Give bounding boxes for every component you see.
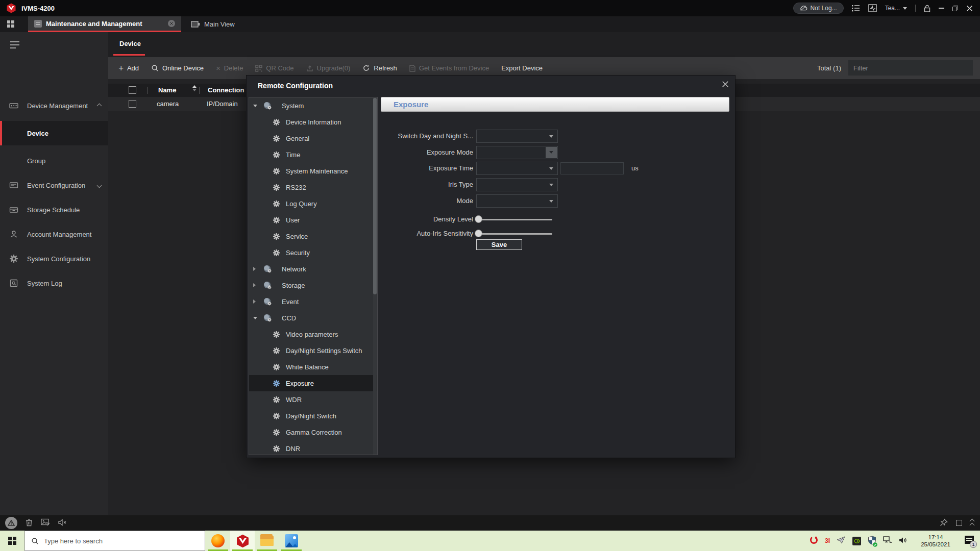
taskbar-ivms-button[interactable] (230, 531, 255, 551)
tray-antivirus-label[interactable]: 3I (825, 537, 830, 544)
dialog-close-icon[interactable] (722, 81, 729, 89)
online-device-button[interactable]: Online Device (151, 64, 204, 72)
minimize-button[interactable] (939, 8, 944, 9)
get-events-button[interactable]: Get Events from Device (409, 64, 489, 72)
status-monitor-icon[interactable] (868, 4, 877, 12)
collapse-icon[interactable] (253, 283, 256, 287)
start-button[interactable] (0, 531, 24, 551)
taskbar-firefox-button[interactable] (206, 531, 230, 551)
task-list-icon[interactable] (852, 5, 860, 12)
iris-type-select[interactable] (476, 178, 558, 191)
login-status-button[interactable]: Not Log... (793, 3, 844, 14)
exposure-mode-select[interactable] (476, 146, 558, 159)
expand-icon[interactable] (253, 105, 257, 107)
exposure-time-input[interactable] (560, 162, 624, 174)
tree-scrollbar[interactable] (373, 98, 377, 455)
auto-iris-slider[interactable] (478, 230, 552, 238)
tree-item-ccd[interactable]: CCD (249, 310, 377, 326)
sidebar-item-account-management[interactable]: Account Management (0, 222, 108, 246)
maximize-panel-icon[interactable] (956, 520, 962, 526)
tray-volume-icon[interactable] (899, 537, 908, 545)
expand-icon[interactable] (253, 317, 257, 319)
scrollbar-thumb[interactable] (373, 98, 377, 294)
filter-input[interactable] (848, 60, 973, 76)
slider-thumb[interactable] (475, 230, 482, 237)
tree-item-white-balance[interactable]: White Balance (249, 359, 377, 375)
no-image-icon[interactable] (41, 518, 50, 528)
taskbar-search-input[interactable] (44, 537, 187, 545)
tab-maintenance-and-management[interactable]: Maintenance and Management (28, 16, 181, 32)
tray-ivms-icon[interactable] (810, 536, 818, 546)
tree-item-user[interactable]: User (249, 212, 377, 228)
add-button[interactable]: +Add (118, 64, 139, 72)
upgrade-button[interactable]: Upgrade(0) (306, 64, 351, 72)
collapse-icon[interactable] (253, 299, 256, 304)
tree-item-event[interactable]: Event (249, 293, 377, 310)
switch-day-night-select[interactable] (476, 130, 558, 143)
taskbar-explorer-button[interactable] (255, 531, 279, 551)
delete-button[interactable]: ×Delete (216, 64, 243, 72)
tree-item-general[interactable]: General (249, 130, 377, 146)
sidebar-item-storage-schedule[interactable]: Storage Schedule (0, 197, 108, 222)
sidebar-item-group[interactable]: Group (0, 148, 108, 173)
tree-item-storage[interactable]: Storage (249, 277, 377, 293)
lock-icon[interactable] (924, 5, 930, 12)
taskbar-clock[interactable]: 17:14 25/05/2021 (914, 534, 957, 548)
tree-item-system-maintenance[interactable]: System Maintenance (249, 163, 377, 179)
column-header-name[interactable]: Name (158, 86, 176, 94)
tray-network-icon[interactable] (883, 536, 892, 545)
tab-main-view[interactable]: Main View (185, 16, 241, 32)
slider-thumb[interactable] (475, 215, 482, 223)
tree-item-gamma-correction[interactable]: Gamma Correction (249, 424, 377, 440)
collapse-sidebar-icon[interactable] (10, 41, 19, 51)
tree-item-day-night-settings-switch[interactable]: Day/Night Settings Switch (249, 342, 377, 359)
tree-item-device-information[interactable]: Device Information (249, 114, 377, 130)
alarm-warning-icon[interactable] (5, 517, 17, 529)
tray-plane-icon[interactable] (837, 536, 846, 546)
taskbar-search[interactable] (24, 531, 205, 551)
clear-alarm-icon[interactable] (26, 518, 33, 528)
tree-item-system[interactable]: System (249, 97, 377, 114)
tree-item-wdr[interactable]: WDR (249, 391, 377, 408)
tray-nvidia-icon[interactable] (852, 537, 861, 545)
pin-icon[interactable] (940, 518, 948, 528)
tree-item-dnr[interactable]: DNR (249, 440, 377, 455)
sidebar-item-device-management[interactable]: Device Management (0, 93, 108, 118)
tree-item-rs232[interactable]: RS232 (249, 179, 377, 195)
chevron-down-icon[interactable] (546, 147, 557, 158)
export-device-button[interactable]: Export Device (501, 64, 543, 72)
column-header-connection[interactable]: Connection T. (208, 86, 251, 94)
tree-item-network[interactable]: Network (249, 261, 377, 277)
select-all-checkbox[interactable] (129, 86, 136, 94)
sidebar-item-device[interactable]: Device (0, 121, 108, 145)
taskbar-photos-button[interactable] (279, 531, 304, 551)
tree-item-day-night-switch[interactable]: Day/Night Switch (249, 408, 377, 424)
action-center-icon[interactable]: 1 (964, 535, 975, 546)
density-level-slider[interactable] (478, 215, 552, 223)
tree-item-video-parameters[interactable]: Video parameters (249, 326, 377, 342)
sort-icons[interactable] (192, 85, 197, 91)
row-checkbox[interactable] (129, 100, 136, 108)
tab-close-icon[interactable] (168, 20, 175, 27)
tray-defender-icon[interactable] (868, 536, 876, 546)
tree-item-service[interactable]: Service (249, 228, 377, 244)
mode-select[interactable] (476, 194, 558, 208)
sidebar-item-event-configuration[interactable]: Event Configuration (0, 173, 108, 197)
collapse-icon[interactable] (253, 267, 256, 271)
mute-audio-icon[interactable] (58, 519, 67, 528)
tree-item-exposure[interactable]: Exposure (249, 375, 377, 391)
tree-item-security[interactable]: Security (249, 244, 377, 261)
user-menu[interactable]: Tea... (885, 5, 907, 12)
collapse-statusbar-icon[interactable] (970, 519, 974, 527)
page-tab-device[interactable]: Device (119, 40, 141, 47)
sidebar-item-system-configuration[interactable]: System Configuration (0, 246, 108, 271)
refresh-button[interactable]: Refresh (362, 64, 397, 72)
close-button[interactable] (966, 5, 973, 12)
qr-code-button[interactable]: QR Code (255, 64, 293, 72)
restore-button[interactable] (952, 6, 958, 11)
modules-grid-icon[interactable] (7, 20, 15, 28)
sidebar-item-system-log[interactable]: System Log (0, 271, 108, 295)
save-button[interactable]: Save (476, 239, 522, 250)
exposure-time-select[interactable] (476, 162, 558, 175)
tree-item-time[interactable]: Time (249, 146, 377, 163)
